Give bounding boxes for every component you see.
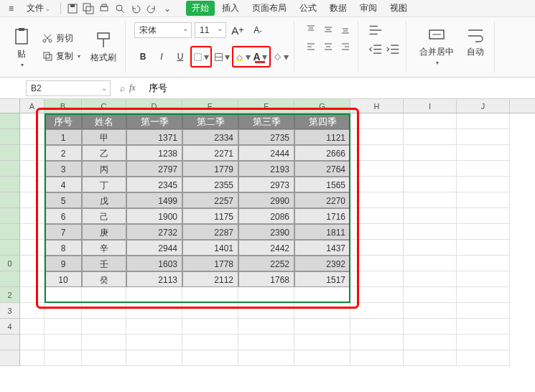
font-color-button[interactable]: A▾ xyxy=(251,48,269,65)
save-as-icon[interactable] xyxy=(81,1,96,16)
cell[interactable]: 姓名 xyxy=(82,113,126,129)
menu-file[interactable]: 文件⌄ xyxy=(21,1,56,16)
cell[interactable] xyxy=(82,335,126,350)
align-top-icon[interactable] xyxy=(303,22,319,37)
col-header[interactable]: G xyxy=(294,99,350,113)
cell[interactable] xyxy=(404,145,457,161)
cell[interactable]: 庚 xyxy=(82,224,126,240)
cell[interactable]: 壬 xyxy=(82,256,126,271)
cell[interactable]: 2797 xyxy=(126,161,182,177)
borders-button[interactable]: ▾ xyxy=(192,48,210,65)
cell[interactable]: 第二季 xyxy=(182,113,238,129)
font-family-select[interactable]: 宋体 xyxy=(134,22,192,38)
cell[interactable]: 2666 xyxy=(294,145,350,161)
cell[interactable] xyxy=(45,335,82,350)
cell[interactable] xyxy=(20,129,45,145)
cell[interactable]: 1371 xyxy=(126,129,182,145)
row-header[interactable] xyxy=(0,161,20,177)
cell[interactable] xyxy=(457,240,510,256)
cell[interactable] xyxy=(350,208,404,224)
cell[interactable] xyxy=(457,224,510,240)
cell[interactable]: 2732 xyxy=(126,224,182,240)
tab-review[interactable]: 审阅 xyxy=(354,1,383,16)
col-header[interactable]: E xyxy=(182,99,238,113)
cell[interactable] xyxy=(457,319,510,335)
cell[interactable]: 第四季 xyxy=(294,113,350,129)
cell[interactable]: 2112 xyxy=(182,271,238,287)
increase-indent-icon[interactable] xyxy=(384,42,401,59)
cell[interactable] xyxy=(404,177,457,192)
cell[interactable] xyxy=(294,287,350,303)
cell[interactable]: 2193 xyxy=(238,161,294,177)
cell[interactable]: 癸 xyxy=(82,271,126,287)
cell[interactable]: 1900 xyxy=(126,208,182,224)
cell[interactable]: 6 xyxy=(45,208,82,224)
undo-icon[interactable] xyxy=(129,1,143,16)
copy-button[interactable]: 复制▾ xyxy=(39,49,83,64)
cell-style-button[interactable]: ▾ xyxy=(213,48,231,65)
cell[interactable] xyxy=(350,319,404,335)
cell[interactable] xyxy=(404,335,457,350)
cell[interactable] xyxy=(182,319,238,335)
cell[interactable] xyxy=(404,208,457,224)
cell[interactable] xyxy=(182,287,238,303)
col-header[interactable]: B xyxy=(45,99,82,113)
tab-data[interactable]: 数据 xyxy=(324,1,353,16)
cell[interactable]: 1768 xyxy=(238,271,294,287)
search-icon[interactable]: ⌕ xyxy=(120,83,125,93)
format-painter-button[interactable]: 格式刷 xyxy=(86,27,121,67)
cell[interactable] xyxy=(45,319,82,335)
cut-button[interactable]: 剪切 xyxy=(39,31,76,46)
cell[interactable]: 5 xyxy=(45,192,82,208)
row-header[interactable] xyxy=(0,240,20,256)
align-right-icon[interactable] xyxy=(338,39,353,55)
cell[interactable] xyxy=(20,303,45,319)
row-header[interactable] xyxy=(0,192,20,208)
cell[interactable] xyxy=(457,350,510,366)
cell[interactable]: 第三季 xyxy=(238,113,294,129)
fill-color-button[interactable]: ▾ xyxy=(234,48,251,65)
cell[interactable] xyxy=(404,192,457,208)
cell[interactable] xyxy=(457,256,510,271)
cell[interactable]: 2973 xyxy=(238,177,294,192)
cell[interactable] xyxy=(457,113,510,129)
cell[interactable] xyxy=(404,224,457,240)
cell[interactable]: 乙 xyxy=(82,145,126,161)
cell[interactable] xyxy=(350,303,404,319)
cell[interactable]: 辛 xyxy=(82,240,126,256)
cell[interactable]: 1716 xyxy=(294,208,350,224)
cell[interactable] xyxy=(350,113,404,129)
cell[interactable]: 2990 xyxy=(238,192,294,208)
select-all-corner[interactable] xyxy=(0,99,20,113)
cell[interactable]: 9 xyxy=(45,256,82,271)
align-left-icon[interactable] xyxy=(303,39,319,55)
cell[interactable]: 1779 xyxy=(182,161,238,177)
name-box[interactable]: B2 xyxy=(26,80,111,96)
cell[interactable] xyxy=(350,256,404,271)
cell[interactable] xyxy=(238,287,294,303)
cell[interactable] xyxy=(126,335,182,350)
col-header[interactable]: A xyxy=(20,99,45,113)
cell[interactable]: 戊 xyxy=(82,192,126,208)
cell[interactable]: 7 xyxy=(45,224,82,240)
cell[interactable] xyxy=(294,350,350,366)
cell[interactable]: 1499 xyxy=(126,192,182,208)
row-header[interactable]: 2 xyxy=(0,287,20,303)
cell[interactable]: 序号 xyxy=(45,113,82,129)
col-header[interactable]: J xyxy=(457,99,510,113)
cell[interactable]: 1238 xyxy=(126,145,182,161)
align-center-icon[interactable] xyxy=(320,39,336,55)
cell[interactable] xyxy=(404,350,457,366)
row-header[interactable]: 0 xyxy=(0,256,20,271)
cell[interactable] xyxy=(82,303,126,319)
cell[interactable] xyxy=(82,319,126,335)
print-icon[interactable] xyxy=(97,1,111,16)
cell[interactable] xyxy=(238,303,294,319)
cell[interactable] xyxy=(350,192,404,208)
row-header[interactable]: 4 xyxy=(0,319,20,335)
cell[interactable]: 2271 xyxy=(182,145,238,161)
cell[interactable] xyxy=(350,224,404,240)
cell[interactable]: 2764 xyxy=(294,161,350,177)
cell[interactable] xyxy=(20,240,45,256)
cell[interactable]: 丙 xyxy=(82,161,126,177)
